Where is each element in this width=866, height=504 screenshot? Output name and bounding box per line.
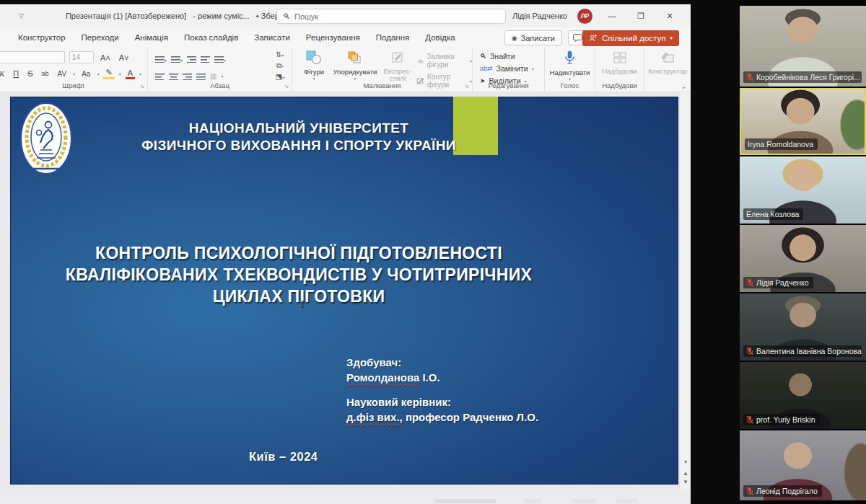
slide-footer-city-year[interactable]: Київ – 2024 xyxy=(249,450,318,464)
taskbar-hint xyxy=(524,499,541,503)
powerpoint-window: ▽ Презентація (1) [Автозбережено] - режи… xyxy=(0,4,691,504)
bullets-button[interactable]: ▾ xyxy=(155,52,167,65)
dialog-launcher-icon[interactable]: ⇘ xyxy=(140,84,144,89)
paint-bucket-icon xyxy=(416,57,424,65)
strikethrough-button[interactable]: S xyxy=(25,69,35,78)
taskbar-hint xyxy=(435,499,496,503)
font-color-button[interactable]: А xyxy=(126,68,135,79)
participant-name-badge: Iryna Romoldanova xyxy=(745,138,818,150)
participant-tile[interactable]: Iryna Romoldanova xyxy=(740,88,866,155)
restore-button[interactable]: ❐ xyxy=(631,12,650,21)
participant-tile[interactable]: prof. Yuriy Briskin xyxy=(740,362,866,429)
numbering-button[interactable]: ▾ xyxy=(171,52,183,65)
drawing-group-label: Малювання xyxy=(292,81,472,89)
font-name-select[interactable] xyxy=(0,51,65,63)
text-direction-button[interactable]: ⇅▾ xyxy=(276,50,284,58)
window-bottom-strip xyxy=(0,489,691,504)
tab-record[interactable]: Записати xyxy=(246,33,298,42)
dialog-launcher-icon[interactable]: ⇘ xyxy=(284,84,289,89)
avatar[interactable]: ЛР xyxy=(577,9,592,24)
voice-group: Надиктувати ▾ Голос xyxy=(545,48,595,92)
tab-slideshow[interactable]: Показ слайдів xyxy=(176,33,246,42)
arrange-button[interactable]: Упорядкувати ▾ xyxy=(333,50,377,81)
applicant-name: Ромолданова І.О. xyxy=(346,370,538,385)
convert-smartart-button[interactable]: ⬔▾ xyxy=(276,73,284,81)
paragraph-group: ▾ ▾ ▾ ▥▾ ⇅▾ ⧉▾ ⬔▾ Абз xyxy=(148,48,292,92)
participant-tile[interactable]: Коробейнікова Леся Григорі... xyxy=(740,6,866,87)
doc-title-text: Презентація (1) [Автозбережено] xyxy=(66,12,186,20)
participant-name-badge: Лідія Радченко xyxy=(743,277,813,288)
slide-workspace: НАЦІОНАЛЬНИЙ УНІВЕРСИТЕТ ФІЗИЧНОГО ВИХОВ… xyxy=(0,92,691,504)
scroll-down-icon[interactable]: ▾ xyxy=(680,459,691,465)
highlight-color-button[interactable]: ✎ xyxy=(103,68,114,79)
shapes-button[interactable]: Фігури ▾ xyxy=(298,50,330,81)
columns-button[interactable]: ▥ xyxy=(210,72,216,80)
university-name: НАЦІОНАЛЬНИЙ УНІВЕРСИТЕТ ФІЗИЧНОГО ВИХОВ… xyxy=(111,120,486,154)
font-size-select[interactable]: 14 xyxy=(69,51,94,63)
slide-canvas[interactable]: НАЦІОНАЛЬНИЙ УНІВЕРСИТЕТ ФІЗИЧНОГО ВИХОВ… xyxy=(10,97,678,485)
authors-block[interactable]: Здобувач: Ромолданова І.О. Науковий кері… xyxy=(346,355,538,425)
addins-button[interactable]: Надбудови xyxy=(595,51,644,75)
tab-animations[interactable]: Анімація xyxy=(127,33,176,42)
decrease-indent-button[interactable] xyxy=(187,52,196,65)
participant-name-badge: Елена Козлова xyxy=(743,208,803,220)
search-box[interactable]: 🔍︎ xyxy=(276,9,506,24)
tab-review[interactable]: Рецензування xyxy=(298,33,368,42)
participant-tile[interactable]: Валентина Іванівна Воронова xyxy=(740,293,866,361)
designer-button[interactable]: Конструктор xyxy=(644,51,691,75)
underline-button[interactable]: П xyxy=(11,69,21,78)
character-spacing-button[interactable]: AV xyxy=(56,70,69,78)
change-case-button[interactable]: Aa xyxy=(79,70,92,78)
dictate-button[interactable]: Надиктувати ▾ xyxy=(545,50,595,81)
taskbar-hint xyxy=(572,499,596,503)
next-slide-button[interactable]: ▼ xyxy=(680,479,691,485)
align-center-button[interactable] xyxy=(169,69,178,82)
supervisor-label: Науковий керівник: xyxy=(346,394,538,410)
record-button[interactable]: ◉ Записати xyxy=(504,30,562,45)
italic-button[interactable]: К xyxy=(0,69,6,78)
previous-slide-button[interactable]: ▲ xyxy=(680,470,691,477)
quick-styles-button[interactable]: Експрес-стилі xyxy=(380,50,415,82)
designer-icon xyxy=(660,51,675,64)
share-button[interactable]: Спільний доступ ▾ xyxy=(582,30,679,46)
designer-group: Конструктор ⌄ xyxy=(644,48,691,92)
collapse-ribbon-icon[interactable]: ⌄ xyxy=(681,83,686,90)
comment-bubble-icon xyxy=(573,34,582,42)
font-group-label: Шрифт xyxy=(0,81,147,89)
replace-icon: ab⇄ xyxy=(480,65,493,72)
user-name[interactable]: Лідія Радченко xyxy=(512,12,567,20)
muted-mic-icon xyxy=(746,487,753,495)
quick-styles-icon xyxy=(390,50,406,65)
tab-help[interactable]: Довідка xyxy=(417,33,463,42)
participant-tile[interactable]: Лідія Радченко xyxy=(740,225,866,292)
minimize-button[interactable]: — xyxy=(603,12,621,20)
shape-fill-button[interactable]: Заливка фігури▾ xyxy=(416,53,472,68)
subscript-button[interactable]: ab xyxy=(40,70,51,77)
tab-transitions[interactable]: Переходи xyxy=(74,33,127,42)
addins-grid-icon xyxy=(613,51,627,64)
tab-design[interactable]: Конструктор xyxy=(10,33,74,42)
chevron-down-icon: ▾ xyxy=(670,35,673,41)
align-right-button[interactable] xyxy=(183,69,192,82)
participant-tile[interactable]: Елена Козлова xyxy=(740,156,866,224)
muted-mic-icon xyxy=(746,278,753,287)
shrink-font-button[interactable]: A˅ xyxy=(117,53,131,62)
quick-access-icon[interactable]: ▽ xyxy=(19,12,24,19)
shapes-icon xyxy=(306,50,322,65)
vertical-scrollbar[interactable]: ▾ ▲ ▼ xyxy=(679,92,691,489)
editing-group: 🔍︎ Знайти ab⇄ Замінити▾ ➤ Виділити▾ Реда… xyxy=(473,48,545,92)
grow-font-button[interactable]: A˄ xyxy=(98,53,113,62)
close-button[interactable]: ✕ xyxy=(660,12,679,21)
justify-button[interactable] xyxy=(196,69,206,82)
line-spacing-button[interactable]: ▾ xyxy=(214,52,226,65)
dialog-launcher-icon[interactable]: ⇘ xyxy=(465,84,469,89)
replace-button[interactable]: ab⇄ Замінити▾ xyxy=(480,64,534,73)
tab-view[interactable]: Подання xyxy=(368,33,417,42)
increase-indent-button[interactable] xyxy=(201,52,210,65)
participant-tile[interactable]: Леонід Подрігало xyxy=(740,430,866,500)
presentation-title[interactable]: КОНТРОЛЬ ПСИХОЛОГІЧНОЇ ПІДГОТОВЛЕНОСТІ К… xyxy=(25,242,573,307)
find-button[interactable]: 🔍︎ Знайти xyxy=(480,52,534,61)
align-left-button[interactable] xyxy=(155,69,165,82)
align-text-button[interactable]: ⧉▾ xyxy=(276,61,284,70)
search-input[interactable] xyxy=(294,12,499,21)
